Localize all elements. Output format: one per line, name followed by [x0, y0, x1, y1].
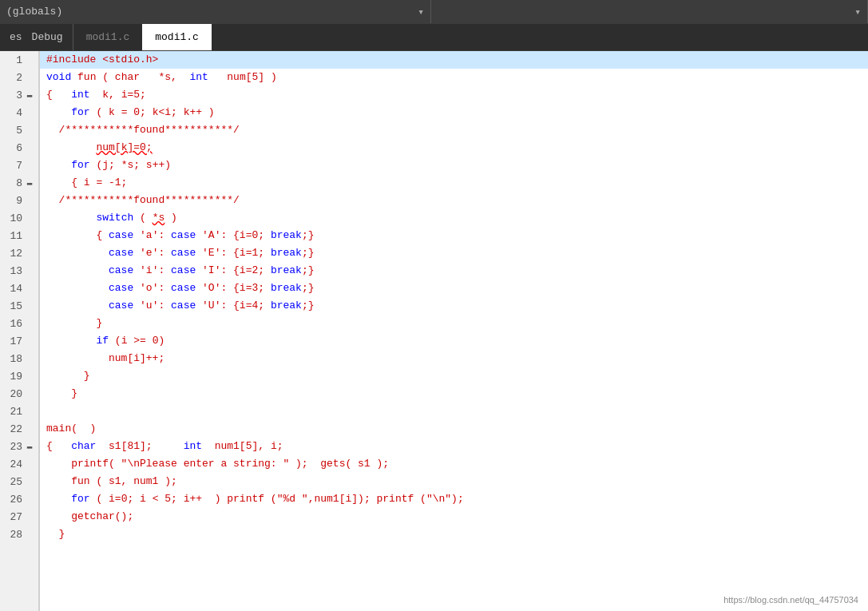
code-text-15: case 'u': case 'U': {i=4; break;}	[46, 297, 315, 315]
code-line-8: { i = -1;	[40, 174, 868, 192]
code-text-13: case 'i': case 'I': {i=2; break;}	[46, 262, 315, 280]
line-20-num: 20	[0, 385, 38, 403]
line-16-num: 16	[0, 315, 38, 332]
code-text-4: for ( k = 0; k<i; k++ )	[46, 104, 215, 121]
code-text-1: #include <stdio.h>	[46, 51, 158, 69]
tab-modi1-inactive[interactable]: modi1.c	[73, 24, 143, 50]
code-text-8: { i = -1;	[46, 174, 127, 192]
code-line-7: for (j; *s; s++)	[40, 157, 868, 174]
watermark: https://blog.csdn.net/qq_44757034	[723, 595, 858, 605]
code-text-2: void fun ( char *s, int num[5] )	[46, 69, 277, 86]
code-line-1: #include <stdio.h>	[40, 51, 868, 69]
line-14-num: 14	[0, 280, 38, 297]
code-text-7: for (j; *s; s++)	[46, 157, 171, 174]
right-dropdown[interactable]: ▾	[431, 0, 868, 23]
code-line-24: printf( "\nPlease enter a string: " ); g…	[40, 455, 868, 473]
line-8-num: 8▬	[0, 174, 38, 192]
code-line-4: for ( k = 0; k<i; k++ )	[40, 104, 868, 121]
code-text-10: switch ( *s )	[46, 209, 177, 227]
top-bar: (globals) ▾ ▾	[0, 0, 868, 24]
line-25-num: 25	[0, 473, 38, 490]
left-dropdown-arrow: ▾	[418, 6, 424, 18]
line-10-num: 10	[0, 209, 38, 227]
code-text-28: }	[46, 526, 65, 543]
line-4-num: 4	[0, 104, 38, 121]
line-6-num: 6	[0, 139, 38, 157]
line-9-num: 9	[0, 192, 38, 209]
code-line-23: { char s1[81]; int num1[5], i;	[40, 438, 868, 455]
code-line-20: }	[40, 385, 868, 403]
line-7-num: 7	[0, 157, 38, 174]
code-line-13: case 'i': case 'I': {i=2; break;}	[40, 262, 868, 280]
code-text-9: /***********found***********/	[46, 192, 240, 209]
code-text-16: }	[46, 315, 102, 332]
line-numbers: 1 2 3▬ 4 5 6 7 8▬ 9 10 11 12 13 14 15 16…	[0, 51, 40, 611]
code-line-19: }	[40, 367, 868, 385]
code-line-9: /***********found***********/	[40, 192, 868, 209]
code-line-16: }	[40, 315, 868, 332]
code-line-5: /***********found***********/	[40, 121, 868, 139]
code-text-26: for ( i=0; i < 5; i++ ) printf ("%d ",nu…	[46, 490, 464, 508]
line-12-num: 12	[0, 244, 38, 262]
line-28-num: 28	[0, 526, 38, 543]
tab-section-left: es Debug	[0, 24, 73, 50]
code-line-26: for ( i=0; i < 5; i++ ) printf ("%d ",nu…	[40, 490, 868, 508]
code-line-22: main( )	[40, 420, 868, 438]
code-line-25: fun ( s1, num1 );	[40, 473, 868, 490]
code-line-3: { int k, i=5;	[40, 86, 868, 104]
line-13-num: 13	[0, 262, 38, 280]
code-text-21	[46, 403, 53, 420]
tab-label-1: modi1.c	[86, 31, 130, 43]
tab-bar: es Debug modi1.c modi1.c	[0, 24, 868, 51]
line-26-num: 26	[0, 490, 38, 508]
code-line-18: num[i]++;	[40, 350, 868, 367]
code-text-27: getchar();	[46, 508, 133, 526]
code-text-12: case 'e': case 'E': {i=1; break;}	[46, 244, 315, 262]
code-text-24: printf( "\nPlease enter a string: " ); g…	[46, 455, 389, 473]
code-text-18: num[i]++;	[46, 350, 164, 367]
code-line-14: case 'o': case 'O': {i=3; break;}	[40, 280, 868, 297]
line-11-num: 11	[0, 227, 38, 244]
line-21-num: 21	[0, 403, 38, 420]
code-line-15: case 'u': case 'U': {i=4; break;}	[40, 297, 868, 315]
code-line-27: getchar();	[40, 508, 868, 526]
code-text-17: if (i >= 0)	[46, 332, 164, 350]
code-text-23: { char s1[81]; int num1[5], i;	[46, 438, 283, 455]
line-5-num: 5	[0, 121, 38, 139]
globals-dropdown[interactable]: (globals) ▾	[0, 0, 431, 23]
tab-modi1-active[interactable]: modi1.c	[142, 24, 212, 50]
line-19-num: 19	[0, 367, 38, 385]
code-line-10: switch ( *s )	[40, 209, 868, 227]
code-area[interactable]: #include <stdio.h> void fun ( char *s, i…	[40, 51, 868, 611]
code-text-5: /***********found***********/	[46, 121, 240, 139]
line-2-num: 2	[0, 69, 38, 86]
line-18-num: 18	[0, 350, 38, 367]
code-line-2: void fun ( char *s, int num[5] )	[40, 69, 868, 86]
line-1-num: 1	[0, 51, 38, 69]
line-3-num: 3▬	[0, 86, 38, 104]
code-text-6: num[k]=0;	[46, 139, 153, 157]
label-debug: Debug	[32, 31, 63, 43]
code-text-11: { case 'a': case 'A': {i=0; break;}	[46, 227, 315, 244]
code-text-25: fun ( s1, num1 );	[46, 473, 177, 490]
code-text-3: { int k, i=5;	[46, 86, 146, 104]
code-line-12: case 'e': case 'E': {i=1; break;}	[40, 244, 868, 262]
main-content: 1 2 3▬ 4 5 6 7 8▬ 9 10 11 12 13 14 15 16…	[0, 51, 868, 611]
line-24-num: 24	[0, 455, 38, 473]
label-es: es	[10, 31, 22, 43]
line-15-num: 15	[0, 297, 38, 315]
code-line-17: if (i >= 0)	[40, 332, 868, 350]
line-17-num: 17	[0, 332, 38, 350]
code-line-11: { case 'a': case 'A': {i=0; break;}	[40, 227, 868, 244]
line-23-num: 23▬	[0, 438, 38, 455]
line-27-num: 27	[0, 508, 38, 526]
tab-label-2: modi1.c	[155, 31, 199, 43]
code-text-19: }	[46, 367, 90, 385]
line-22-num: 22	[0, 420, 38, 438]
code-text-14: case 'o': case 'O': {i=3; break;}	[46, 280, 315, 297]
code-line-6: num[k]=0;	[40, 139, 868, 157]
right-dropdown-arrow: ▾	[854, 6, 861, 18]
code-line-21	[40, 403, 868, 420]
code-text-22: main( )	[46, 420, 96, 438]
globals-label: (globals)	[6, 6, 62, 18]
